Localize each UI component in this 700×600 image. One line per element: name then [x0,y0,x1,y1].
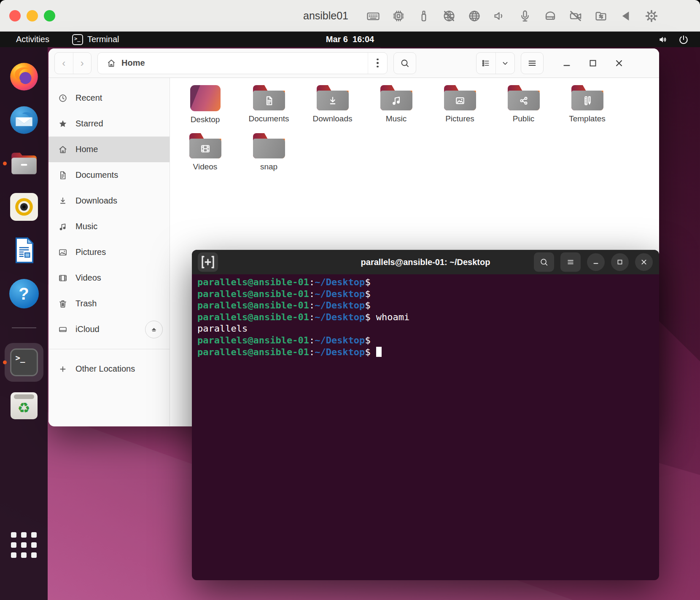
system-status-area[interactable] [658,34,700,45]
list-view-button[interactable] [477,53,496,74]
folder-icon [253,133,285,158]
terminal-menu-button[interactable] [560,252,581,272]
recent-icon [58,93,68,103]
sidebar-item-label: Starred [75,119,103,129]
libreoffice-writer-icon [11,236,37,264]
folder-icon [444,85,476,110]
sidebar-item-label: Documents [75,170,118,180]
folder-label: Desktop [191,115,220,124]
folder-pictures[interactable]: Pictures [428,82,492,130]
desktop-folder-icon [190,85,221,111]
folder-snap[interactable]: snap [237,130,301,178]
settings-gear-icon[interactable] [644,9,659,23]
search-icon [400,58,410,68]
music-icon [58,222,68,232]
sidebar-item-label: Music [75,222,97,231]
camera-off-icon[interactable] [568,9,583,23]
new-tab-button[interactable] [198,252,218,272]
sidebar-item-label: Recent [75,93,102,103]
minimize-button[interactable] [561,58,572,69]
maximize-button[interactable] [587,58,598,69]
sidebar-item-music[interactable]: Music [48,214,170,239]
sidebar-item-pictures[interactable]: Pictures [48,239,170,265]
dock-item-rhythmbox[interactable] [8,191,40,222]
help-icon: ? [9,279,39,308]
cpu-icon[interactable] [391,9,406,23]
forward-button[interactable]: › [73,53,92,74]
dock-item-help[interactable]: ? [8,278,40,309]
sidebar-item-downloads[interactable]: Downloads [48,188,170,214]
folder-icon [189,133,221,158]
folder-templates[interactable]: Templates [555,82,619,130]
keyboard-icon[interactable] [366,9,380,23]
sidebar-item-trash[interactable]: Trash [48,291,170,316]
network-off-icon[interactable] [442,9,456,23]
files-icon [10,151,38,176]
folder-music[interactable]: Music [364,82,428,130]
show-apps-button[interactable] [11,532,37,558]
sidebar-item-documents[interactable]: Documents [48,162,170,188]
sidebar-item-other-locations[interactable]: Other Locations [48,356,170,382]
search-icon [539,257,549,267]
microphone-icon[interactable] [518,9,532,23]
terminal-cursor [376,347,382,357]
terminal-maximize-button[interactable] [611,253,629,271]
starred-icon [58,119,68,129]
dock-item-thunderbird[interactable] [8,104,40,136]
folder-icon [317,85,349,110]
sidebar-item-home[interactable]: Home [48,137,170,162]
folder-documents[interactable]: Documents [237,82,301,130]
eject-button[interactable] [145,321,163,338]
sidebar-item-label: iCloud [75,324,100,334]
path-menu-button[interactable] [368,53,387,74]
folder-label: Public [513,114,535,123]
folder-label: snap [260,162,277,171]
folder-downloads[interactable]: Downloads [301,82,364,130]
play-back-icon[interactable] [619,9,633,23]
downloads-icon [58,196,68,206]
volume-icon[interactable] [493,9,507,23]
folder-icon [571,85,603,110]
globe-icon[interactable] [467,9,482,23]
terminal-search-button[interactable] [534,252,554,272]
path-bar[interactable]: Home [97,52,388,74]
documents-icon [58,170,68,180]
folder-label: Downloads [313,114,353,123]
terminal-output[interactable]: parallels@ansible-01:~/Desktop$parallels… [192,274,659,580]
sidebar-item-icloud[interactable]: iCloud [48,316,170,342]
sidebar-item-videos[interactable]: Videos [48,265,170,291]
trash-icon [58,299,68,309]
view-options-button[interactable] [496,53,515,74]
usb-icon[interactable] [417,9,431,23]
window-controls [561,58,625,69]
terminal-window: parallels@ansible-01: ~/Desktop [192,250,659,580]
folder-label: Documents [248,114,289,123]
shared-folder-icon[interactable] [594,9,608,23]
dock-item-trash[interactable]: ♻ [8,390,40,421]
sidebar-item-recent[interactable]: Recent [48,85,170,111]
folder-desktop[interactable]: Desktop [173,82,237,130]
terminal-minimize-button[interactable] [587,253,605,271]
dock-item-files[interactable] [8,148,40,179]
dock-item-libreoffice-writer[interactable] [8,235,40,266]
hard-disk-icon[interactable] [543,9,557,23]
dock-item-firefox[interactable] [8,61,40,92]
view-toggle [476,52,515,74]
close-button[interactable] [614,58,625,69]
terminal-close-button[interactable] [635,253,653,271]
folder-icon [508,85,540,110]
search-button[interactable] [393,52,416,74]
terminal-line: parallels@ansible-01:~/Desktop$ [197,300,654,311]
menu-button[interactable] [521,52,544,74]
folder-public[interactable]: Public [492,82,555,130]
terminal-line: parallels@ansible-01:~/Desktop$ [197,288,654,300]
sidebar-item-label: Downloads [75,196,117,206]
back-button[interactable]: ‹ [55,53,73,74]
dock-item-terminal[interactable]: >_ [8,347,40,378]
sidebar-item-starred[interactable]: Starred [48,111,170,137]
clock[interactable]: Mar 6 16:04 [0,35,700,44]
folder-videos[interactable]: Videos [173,130,237,178]
screen: ansible01 Activities >_ Terminal Mar 6 1… [0,0,700,600]
terminal-headerbar: parallels@ansible-01: ~/Desktop [192,250,659,274]
sidebar-item-label: Trash [75,299,97,308]
